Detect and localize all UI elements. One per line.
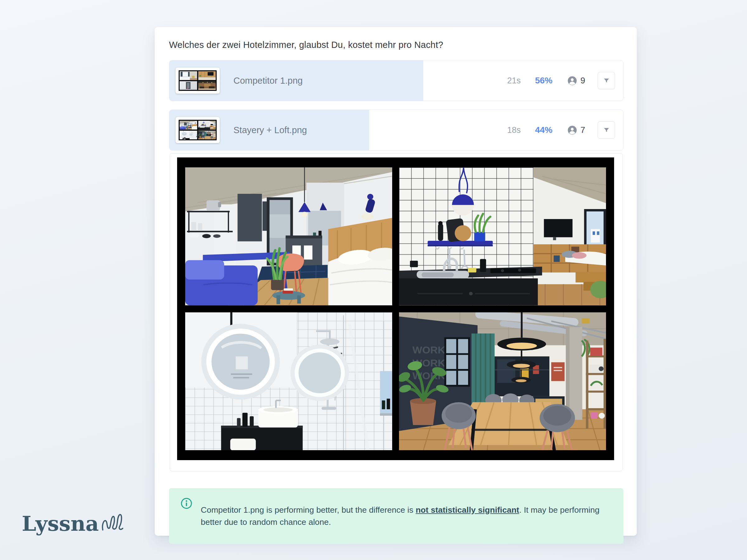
photo-bathroom <box>185 312 392 451</box>
percent-value: 56% <box>535 76 552 85</box>
page-background: Welches der zwei Hotelzimmer, glaubst Du… <box>0 0 747 560</box>
question-text: Welches der zwei Hotelzimmer, glaubst Du… <box>169 40 443 50</box>
thumb-photo-kitchen <box>198 121 216 130</box>
photo-studio-room <box>185 167 392 305</box>
respondent-number: 7 <box>581 125 585 135</box>
photo-collage <box>177 157 614 460</box>
funnel-icon <box>603 77 610 84</box>
person-icon <box>567 125 577 135</box>
filter-button[interactable] <box>598 72 615 89</box>
lyssna-logo: Lyssna <box>22 513 125 534</box>
option-label: Competitor 1.png <box>233 76 303 86</box>
photo-kitchen <box>399 167 606 305</box>
filter-button[interactable] <box>598 121 615 139</box>
results-card: Welches der zwei Hotelzimmer, glaubst Du… <box>155 27 637 536</box>
thumb-photo-lounge <box>198 81 216 90</box>
option-row-stayery[interactable]: Stayery + Loft.png 18s 44% 7 <box>169 109 623 151</box>
photo-coworking-space <box>399 312 606 451</box>
thumbnail-collage <box>179 70 216 91</box>
avg-time: 21s <box>507 76 521 85</box>
note-text: Competitor 1.png is performing better, b… <box>201 504 612 528</box>
option-label: Stayery + Loft.png <box>233 125 307 135</box>
lyssna-squiggle-icon <box>101 513 125 533</box>
significance-note: Competitor 1.png is performing better, b… <box>169 488 623 544</box>
thumb-photo-bathroom <box>180 81 197 90</box>
avg-time: 18s <box>507 125 521 135</box>
respondent-number: 9 <box>581 76 585 85</box>
option-thumbnail[interactable] <box>176 117 220 143</box>
option-thumbnail[interactable] <box>176 68 220 94</box>
respondent-count: 7 <box>567 125 585 135</box>
funnel-icon <box>603 127 610 133</box>
info-icon <box>180 497 193 510</box>
thumb-photo-bathroom <box>180 131 197 140</box>
percent-value: 44% <box>535 125 552 135</box>
thumb-photo-coworking <box>198 131 216 140</box>
thumb-photo-studio <box>180 121 197 130</box>
option-row-competitor[interactable]: Competitor 1.png 21s 56% 9 <box>169 60 623 101</box>
person-icon <box>567 76 577 85</box>
note-highlight: not statistically significant <box>415 505 519 514</box>
lyssna-logo-text: Lyssna <box>22 513 99 534</box>
note-file-name: Competitor 1.png <box>201 505 264 514</box>
thumb-photo-bedroom <box>180 71 197 80</box>
thumbnail-collage <box>179 120 216 140</box>
respondent-count: 9 <box>567 76 585 85</box>
thumb-photo-tv-wall <box>198 71 216 80</box>
option-image-preview <box>170 153 623 471</box>
